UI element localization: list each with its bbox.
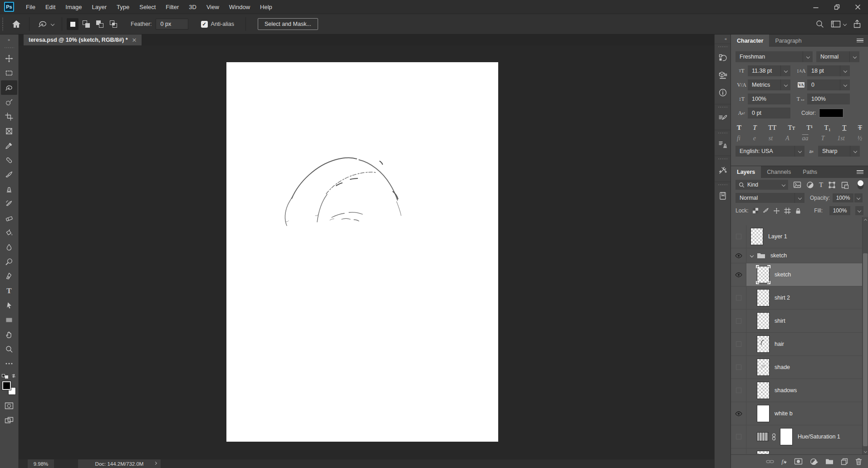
layer-name[interactable]: sketch <box>775 271 791 278</box>
visibility-well[interactable] <box>731 310 746 332</box>
layer-row[interactable]: shirt 2 <box>731 286 862 310</box>
home-button[interactable] <box>7 20 25 29</box>
panel-grip[interactable] <box>718 106 728 108</box>
ordinals-button[interactable]: T <box>821 135 825 142</box>
tool-zoom[interactable] <box>1 342 17 356</box>
tool-blur[interactable] <box>1 240 17 255</box>
leading-dropdown[interactable]: 18 pt <box>807 65 850 76</box>
workspace-switcher[interactable] <box>831 20 846 28</box>
tool-rectangle[interactable] <box>1 313 17 327</box>
opacity-input[interactable]: 100% <box>833 193 853 202</box>
layer-thumbnail[interactable] <box>757 359 770 376</box>
opacity-chevron[interactable] <box>854 193 863 202</box>
eye-icon[interactable] <box>735 253 742 258</box>
lock-all-icon[interactable] <box>795 207 801 214</box>
document-size-field[interactable]: Doc: 144.2M/732.0M <box>78 459 161 468</box>
layer-name[interactable]: hair <box>775 341 784 347</box>
lock-image-pixels-icon[interactable] <box>762 207 769 214</box>
menu-help[interactable]: Help <box>255 4 277 10</box>
menu-select[interactable]: Select <box>134 4 161 10</box>
lasso-tool-preset[interactable] <box>33 19 58 29</box>
layer-thumbnail[interactable] <box>757 405 770 422</box>
anti-aliasing-dropdown[interactable]: Sharp <box>818 146 860 157</box>
layer-thumbnail[interactable] <box>757 312 770 330</box>
menu-image[interactable]: Image <box>60 4 87 10</box>
ligatures-button[interactable]: fi <box>737 135 740 142</box>
toolbar-collapse-chevrons[interactable]: » <box>0 34 18 45</box>
fill-chevron[interactable] <box>855 206 863 215</box>
layer-row[interactable]: shadows <box>731 379 862 402</box>
tab-channels[interactable]: Channels <box>761 166 797 178</box>
swash-button[interactable]: e <box>753 135 756 142</box>
vertical-scale-input[interactable]: 100% <box>748 94 790 104</box>
add-selection-button[interactable] <box>80 18 92 30</box>
tool-history-brush[interactable] <box>1 197 17 211</box>
group-row[interactable]: sketch <box>731 248 862 263</box>
font-family-dropdown[interactable]: Freshman <box>736 51 813 62</box>
document-page[interactable] <box>226 62 498 442</box>
layer-filtering-toggle[interactable] <box>858 180 863 189</box>
strikethrough-button[interactable]: T <box>858 124 862 132</box>
ordinal-1st-button[interactable]: 1st <box>837 135 844 142</box>
menu-file[interactable]: File <box>21 4 40 10</box>
menu-view[interactable]: View <box>201 4 224 10</box>
swap-colors-icon[interactable] <box>2 373 16 379</box>
menu-window[interactable]: Window <box>224 4 255 10</box>
panel-menu-icon[interactable] <box>857 39 863 43</box>
layers-scrollbar[interactable] <box>862 217 868 454</box>
scrollbar-thumb[interactable] <box>863 253 868 446</box>
filter-adjustment-layers-icon[interactable] <box>806 181 814 189</box>
close-tab-icon[interactable]: ✕ <box>132 37 137 44</box>
kerning-dropdown[interactable]: Metrics <box>748 79 790 90</box>
new-selection-button[interactable] <box>67 18 78 30</box>
properties-panel-icon[interactable] <box>716 69 730 82</box>
layer-thumbnail[interactable] <box>757 382 770 399</box>
layer-thumbnail[interactable] <box>757 335 770 353</box>
link-layers-icon[interactable] <box>766 459 774 464</box>
panel-menu-icon[interactable] <box>857 170 863 174</box>
visibility-well[interactable] <box>731 263 746 286</box>
filter-type-layers-icon[interactable]: T <box>819 181 823 189</box>
group-name[interactable]: sketch <box>770 252 787 259</box>
new-layer-icon[interactable] <box>841 458 848 465</box>
menu-layer[interactable]: Layer <box>87 4 112 10</box>
tab-layers[interactable]: Layers <box>731 166 761 178</box>
tool-type[interactable]: T <box>1 284 17 298</box>
layer-name[interactable]: shirt <box>775 318 785 324</box>
visibility-well[interactable] <box>731 333 746 355</box>
quick-mask-button[interactable] <box>1 399 17 413</box>
layer-row[interactable]: white b <box>731 402 862 425</box>
minimize-icon[interactable] <box>805 0 826 14</box>
tool-dodge[interactable] <box>1 255 17 269</box>
layer-name[interactable]: shirt 2 <box>775 295 790 301</box>
layer-row[interactable]: shade <box>731 356 862 379</box>
fractions-button[interactable]: ½ <box>858 135 863 142</box>
visibility-well[interactable] <box>731 356 746 379</box>
all-caps-button[interactable]: TT <box>768 124 776 132</box>
filter-smart-objects-icon[interactable] <box>841 181 848 189</box>
screen-mode-button[interactable] <box>1 413 17 428</box>
tool-hand[interactable] <box>1 327 17 342</box>
menu-edit[interactable]: Edit <box>40 4 60 10</box>
tool-paint-bucket[interactable] <box>1 226 17 240</box>
tool-eraser[interactable] <box>1 211 17 226</box>
search-icon[interactable] <box>815 20 824 29</box>
superscript-button[interactable]: T¹ <box>807 124 813 132</box>
new-group-icon[interactable] <box>825 458 834 465</box>
underline-button[interactable]: T <box>842 124 846 132</box>
visibility-well[interactable] <box>731 425 746 448</box>
panel-grip[interactable] <box>718 46 728 48</box>
tab-paths[interactable]: Paths <box>797 166 823 178</box>
expand-panels-chevrons[interactable]: « <box>715 34 731 44</box>
add-layer-mask-icon[interactable] <box>794 458 803 465</box>
blend-mode-dropdown[interactable]: Normal <box>736 193 804 203</box>
tool-path-select[interactable] <box>1 298 17 313</box>
clone-source-panel-icon[interactable] <box>716 138 730 151</box>
restore-icon[interactable] <box>826 0 847 14</box>
language-dropdown[interactable]: English: USA <box>736 146 804 157</box>
tool-frame[interactable] <box>1 124 17 138</box>
panel-grip[interactable] <box>718 132 728 134</box>
faux-italic-button[interactable]: T <box>753 124 756 132</box>
menu-filter[interactable]: Filter <box>161 4 184 10</box>
titling-alternates-button[interactable]: aa <box>802 135 809 142</box>
